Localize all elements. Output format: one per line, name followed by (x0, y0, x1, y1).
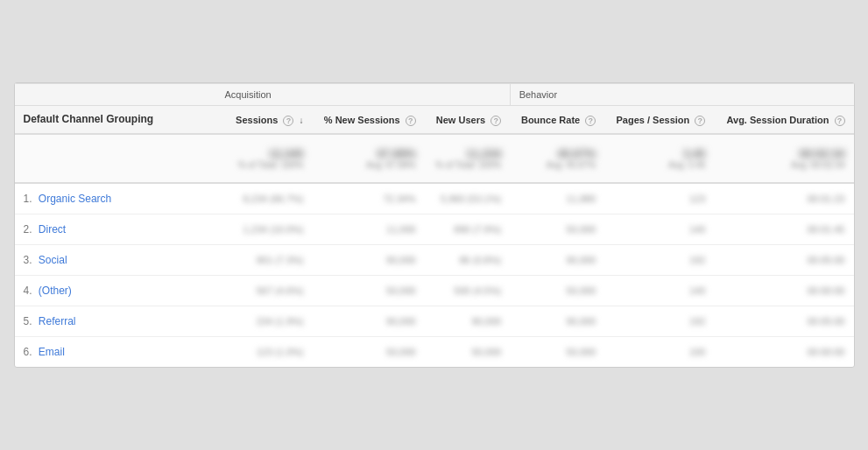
table-row: 5. Referral 234 (1.9%) 90,000 90,000 90,… (15, 306, 854, 337)
row-number-2: 2. (24, 223, 32, 236)
bounce-rate-label: Bounce Rate (521, 115, 580, 125)
row1-pct-new: 72.34% (313, 183, 425, 214)
row4-avg-duration: 00:00:00 (714, 276, 853, 306)
pages-per-session-col-header[interactable]: Pages / Session ? (604, 105, 714, 134)
row3-pages-session: 192 (604, 245, 714, 276)
summary-avg-duration: 00:02:34 Avg: 00:02:34 (714, 134, 853, 183)
channel-cell-4: 4. (Other) (15, 276, 216, 306)
row1-new-users: 5,960 (53.1%) (425, 183, 510, 214)
row5-pages-session: 192 (604, 306, 714, 337)
summary-bounce-rate: 45.67% Avg: 45.67% (510, 134, 604, 183)
channel-cell-6: 6. Email (15, 337, 216, 368)
summary-sessions: 12,345 % of Total: 100% (216, 134, 313, 183)
pct-new-sessions-label: % New Sessions (324, 115, 400, 125)
sessions-label: Sessions (236, 115, 278, 125)
avg-session-duration-label: Avg. Session Duration (726, 115, 829, 125)
row3-pct-new: 90,000 (313, 245, 425, 276)
pct-new-sessions-help-icon[interactable]: ? (406, 116, 416, 126)
summary-new-users: 11,234 % of Total: 100% (425, 134, 510, 183)
row1-pages-session: 123 (604, 183, 714, 214)
row6-bounce-rate: 50,000 (510, 337, 604, 368)
new-users-col-header[interactable]: New Users ? (425, 105, 510, 134)
summary-pct-new: 67.89% Avg: 67.89% (313, 134, 425, 183)
row4-pct-new: 50,000 (313, 276, 425, 306)
row4-pages-session: 140 (604, 276, 714, 306)
row-number-5: 5. (24, 315, 32, 327)
analytics-table: Acquisition Behavior Default Channel Gro… (14, 82, 855, 369)
row4-bounce-rate: 50,000 (510, 276, 604, 306)
summary-pages-session: 3.45 Avg: 3.45 (604, 134, 714, 183)
row5-avg-duration: 00:05:00 (714, 306, 853, 337)
direct-link[interactable]: Direct (39, 223, 66, 236)
group-header-row: Acquisition Behavior (15, 83, 854, 105)
sessions-sort-arrow[interactable]: ↓ (300, 115, 304, 126)
row-number-6: 6. (24, 346, 32, 358)
row4-sessions: 567 (4.6%) (216, 276, 313, 306)
sessions-col-header[interactable]: Sessions ? ↓ (216, 105, 313, 134)
email-link[interactable]: Email (39, 346, 65, 358)
table-row: 1. Organic Search 8,234 (66.7%) 72.34% 5… (15, 183, 854, 214)
row3-new-users: 86 (0.8%) (425, 245, 510, 276)
channel-col-header: Default Channel Grouping (15, 105, 216, 134)
table-row: 4. (Other) 567 (4.6%) 50,000 500 (4.5%) … (15, 276, 854, 306)
row6-sessions: 123 (1.0%) (216, 337, 313, 368)
summary-row: 12,345 % of Total: 100% 67.89% Avg: 67.8… (15, 134, 854, 183)
row5-pct-new: 90,000 (313, 306, 425, 337)
other-link[interactable]: (Other) (39, 285, 72, 297)
acquisition-group-header: Acquisition (216, 83, 511, 105)
row6-avg-duration: 00:00:00 (714, 337, 853, 368)
row-number-1: 1. (24, 193, 32, 205)
behavior-group-header: Behavior (510, 83, 853, 105)
row1-avg-duration: 00:01:23 (714, 183, 853, 214)
avg-session-duration-help-icon[interactable]: ? (835, 116, 845, 126)
row6-pages-session: 100 (604, 337, 714, 368)
row2-bounce-rate: 50,000 (510, 214, 604, 245)
row1-sessions: 8,234 (66.7%) (216, 183, 313, 214)
channel-cell-5: 5. Referral (15, 306, 216, 337)
row2-pages-session: 140 (604, 214, 714, 245)
row-number-3: 3. (24, 254, 32, 266)
row4-new-users: 500 (4.5%) (425, 276, 510, 306)
row2-avg-duration: 00:01:45 (714, 214, 853, 245)
summary-channel-cell (15, 134, 216, 183)
table-row: 6. Email 123 (1.0%) 50,000 50,000 50,000… (15, 337, 854, 368)
referral-link[interactable]: Referral (39, 315, 76, 327)
channel-cell-1: 1. Organic Search (15, 183, 216, 214)
pages-per-session-label: Pages / Session (617, 115, 690, 125)
table-row: 2. Direct 1,234 (10.0%) 11,000 890 (7.9%… (15, 214, 854, 245)
row1-bounce-rate: 11,880 (510, 183, 604, 214)
organic-search-link[interactable]: Organic Search (39, 193, 111, 205)
avg-session-duration-col-header[interactable]: Avg. Session Duration ? (714, 105, 853, 134)
channel-group-header-empty (15, 83, 216, 105)
social-link[interactable]: Social (39, 254, 67, 266)
row5-bounce-rate: 90,000 (510, 306, 604, 337)
row2-pct-new: 11,000 (313, 214, 425, 245)
row2-sessions: 1,234 (10.0%) (216, 214, 313, 245)
table-row: 3. Social 901 (7.3%) 90,000 86 (0.8%) 90… (15, 245, 854, 276)
row5-sessions: 234 (1.9%) (216, 306, 313, 337)
bounce-rate-col-header[interactable]: Bounce Rate ? (510, 105, 604, 134)
row3-avg-duration: 00:05:00 (714, 245, 853, 276)
row2-new-users: 890 (7.9%) (425, 214, 510, 245)
channel-cell-2: 2. Direct (15, 214, 216, 245)
column-header-row: Default Channel Grouping Sessions ? ↓ % … (15, 105, 854, 134)
pct-new-sessions-col-header[interactable]: % New Sessions ? (313, 105, 425, 134)
sessions-help-icon[interactable]: ? (283, 116, 293, 126)
row-number-4: 4. (24, 285, 32, 297)
row5-new-users: 90,000 (425, 306, 510, 337)
row3-bounce-rate: 90,000 (510, 245, 604, 276)
new-users-label: New Users (436, 115, 485, 125)
row6-new-users: 50,000 (425, 337, 510, 368)
row3-sessions: 901 (7.3%) (216, 245, 313, 276)
channel-cell-3: 3. Social (15, 245, 216, 276)
row6-pct-new: 50,000 (313, 337, 425, 368)
bounce-rate-help-icon[interactable]: ? (585, 116, 596, 126)
new-users-help-icon[interactable]: ? (490, 116, 501, 126)
pages-per-session-help-icon[interactable]: ? (695, 116, 705, 126)
